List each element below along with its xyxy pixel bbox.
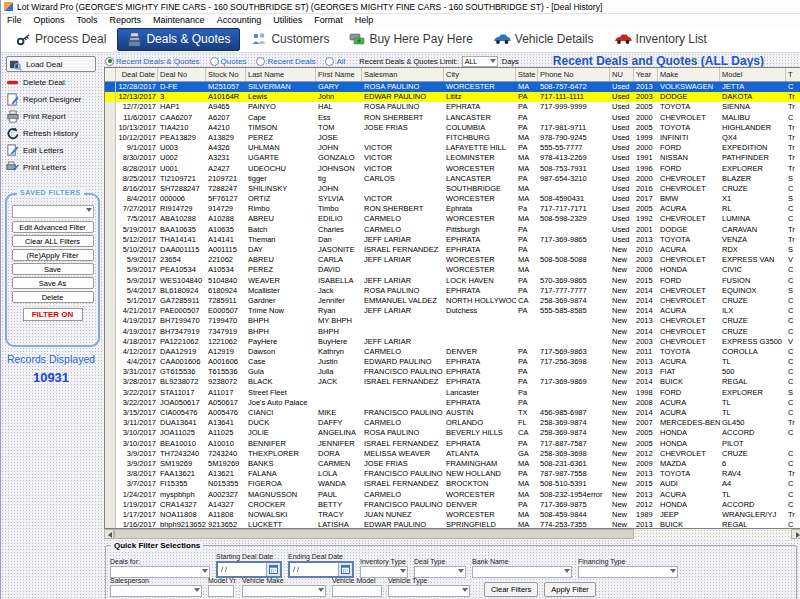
row-selector-cell[interactable] [105, 225, 116, 235]
saved-filter-button-save-as[interactable]: Save As [12, 277, 94, 289]
sidebar-action-delete-deal[interactable]: Delete Deal [6, 75, 103, 89]
row-selector-cell[interactable] [105, 500, 116, 510]
table-row[interactable]: 4/19/2017BH71994707199470BHPHMY BHPHNew2… [105, 316, 800, 326]
table-row[interactable]: 8/4/20170000065F76127ORTIZSYLVIAVICTORWO… [105, 194, 800, 204]
model-yr-input[interactable] [208, 585, 234, 597]
table-row[interactable]: 5/4/2017BL61809246180924McallisterJackRO… [105, 286, 800, 296]
grid-header-deal-date[interactable]: Deal Date [116, 68, 158, 81]
table-row[interactable]: 3/28/2017BL92380729238072BLACKJACKISRAEL… [105, 377, 800, 387]
table-row[interactable]: 1/24/2017myspbhphA002327MAGNUSSONPAULCAR… [105, 490, 800, 500]
toolbar-button-vehicle-details[interactable]: Vehicle Details [484, 29, 603, 49]
row-selector-cell[interactable] [105, 428, 116, 438]
table-row[interactable]: 1/17/2017NOA11808A11808NOWALSKITRACYJUAN… [105, 510, 800, 520]
row-selector-cell[interactable] [105, 510, 116, 520]
row-selector-cell[interactable] [105, 479, 116, 489]
sidebar-action-edit-letters[interactable]: Edit Letters [6, 143, 103, 157]
row-selector-cell[interactable] [105, 123, 116, 133]
table-row[interactable]: 10/12/2017PEA13829A13829PEREZJOSEFITCHBU… [105, 133, 800, 143]
menu-item-maintenance[interactable]: Maintenance [147, 15, 211, 25]
table-row[interactable]: 4/12/2017DAA12919A12919DawsonKathrynCARM… [105, 347, 800, 357]
radio-all[interactable]: All [325, 57, 345, 66]
sidebar-action-print-report[interactable]: Print Report [6, 109, 103, 123]
row-selector-cell[interactable] [105, 143, 116, 153]
grid-header-t[interactable]: T [786, 68, 800, 81]
grid-header-model[interactable]: Model [720, 68, 786, 81]
row-selector-cell[interactable] [105, 327, 116, 337]
menu-item-utilities[interactable]: Utilities [267, 15, 308, 25]
table-row[interactable]: 3/15/2017CIA005476A005476CIANCIMIKEFRANC… [105, 408, 800, 418]
saved-filter-button--re-apply-filter[interactable]: (Re)Apply Filter [12, 249, 94, 261]
row-selector-cell[interactable] [105, 377, 116, 387]
row-selector-cell[interactable] [105, 449, 116, 459]
calendar-icon[interactable] [338, 563, 352, 576]
row-selector-cell[interactable] [105, 459, 116, 469]
toolbar-button-deals-quotes[interactable]: Deals & Quotes [117, 28, 240, 51]
row-selector-cell[interactable] [105, 357, 116, 367]
row-selector-cell[interactable] [105, 82, 116, 92]
grid-header-last-name[interactable]: Last Name [246, 68, 316, 81]
table-row[interactable]: 4/4/2017CAA001606A001606CaseJustinEDWARD… [105, 357, 800, 367]
table-row[interactable]: 3/7/2017FI15355N015355FIGEROAWANDAISRAEL… [105, 479, 800, 489]
sidebar-action-load-deal[interactable]: Load Deal [6, 56, 96, 72]
row-selector-cell[interactable] [105, 276, 116, 286]
table-row[interactable]: 1/19/2017CRA14327A14327CROCKERBETTYFRANC… [105, 500, 800, 510]
table-row[interactable]: 3/10/2017BEA10010A10010BENNIFERJENNIFERI… [105, 439, 800, 449]
row-selector-cell[interactable] [105, 316, 116, 326]
row-selector-cell[interactable] [105, 306, 116, 316]
row-selector-cell[interactable] [105, 408, 116, 418]
table-row[interactable]: 3/9/2017TH72432407243240THEXPLORERDORAME… [105, 449, 800, 459]
row-selector-cell[interactable] [105, 235, 116, 245]
row-selector-cell[interactable] [105, 265, 116, 275]
vehicle-model-input[interactable] [332, 585, 382, 597]
menu-item-file[interactable]: File [1, 15, 28, 25]
table-row[interactable]: 4/21/2017PAE000507E000507Trime NowRyanJE… [105, 306, 800, 316]
grid-header-state[interactable]: State [516, 68, 538, 81]
row-selector-cell[interactable] [105, 184, 116, 194]
radio-recent-deals-quotes[interactable]: Recent Deals & Quotes [105, 57, 200, 66]
row-selector-cell[interactable] [105, 133, 116, 143]
table-row[interactable]: 3/8/2017FAA13621A13621FALANALOLAFRANCISC… [105, 469, 800, 479]
row-selector-cell[interactable] [105, 337, 116, 347]
row-selector-cell[interactable] [105, 520, 116, 529]
radio-quotes[interactable]: Quotes [210, 57, 247, 66]
grid-header-make[interactable]: Make [658, 68, 720, 81]
row-selector-cell[interactable] [105, 347, 116, 357]
sidebar-action-refresh-history[interactable]: Refresh History [6, 126, 103, 140]
menu-item-reports[interactable]: Reports [104, 15, 148, 25]
row-selector-cell[interactable] [105, 296, 116, 306]
table-row[interactable]: 7/5/2017ABA10288A10288ABREUEDILIOCARMELO… [105, 214, 800, 224]
table-row[interactable]: 8/16/2017SH72882477288247SHILINSKYJOHNSO… [105, 184, 800, 194]
grid-header-city[interactable]: City [444, 68, 516, 81]
scroll-right-button[interactable] [791, 529, 800, 539]
menu-item-help[interactable]: Help [349, 15, 380, 25]
row-selector-cell[interactable] [105, 367, 116, 377]
table-row[interactable]: 5/9/201723654221062ABREUCARLAJEFF LARIAR… [105, 255, 800, 265]
row-selector-cell[interactable] [105, 418, 116, 428]
table-row[interactable]: 5/12/2017THA14141A14141ThemanDanJEFF LAR… [105, 235, 800, 245]
clear-filters-button[interactable]: Clear Filters [484, 582, 538, 597]
menu-item-tools[interactable]: Tools [71, 15, 104, 25]
vehicle-type-select[interactable] [388, 585, 470, 597]
sidebar-action-report-designer[interactable]: Report Designer [6, 92, 103, 106]
table-row[interactable]: 7/27/2017RI914729914729RimboTimboRON SHE… [105, 204, 800, 214]
grid-header-salesman[interactable]: Salesman [362, 68, 444, 81]
table-row[interactable]: 4/18/2017PA12210621221062PayHereBuyHereJ… [105, 337, 800, 347]
row-selector-cell[interactable] [105, 245, 116, 255]
table-row[interactable]: 3/10/2017JOA11025A11025JOLIEANGELINAROSA… [105, 428, 800, 438]
row-selector-cell[interactable] [105, 194, 116, 204]
grid-header-first-name[interactable]: First Name [316, 68, 362, 81]
table-row[interactable]: 5/9/2017WES1048405104840WEAVERISABELLAJE… [105, 276, 800, 286]
table-row[interactable]: 3/22/2017JOA050617A050617Joe's Auto Pala… [105, 398, 800, 408]
horizontal-scrollbar[interactable] [104, 529, 800, 539]
salesperson-select[interactable] [110, 585, 202, 597]
saved-filter-button-save[interactable]: Save [12, 263, 94, 275]
table-row[interactable]: 1/16/2017bhph92136529213652LUCKETTLATISH… [105, 520, 800, 529]
radio-recent-deals[interactable]: Recent Deals [256, 57, 315, 66]
table-row[interactable]: 3/22/2017STA11017A11017Street FleetLanca… [105, 388, 800, 398]
row-selector-cell[interactable] [105, 113, 116, 123]
ending-deal-date-input[interactable]: / / [288, 561, 354, 578]
table-row[interactable]: 10/13/2017TIA4210A4210TIMSONTOMJOSE FRIA… [105, 123, 800, 133]
row-selector-cell[interactable] [105, 286, 116, 296]
toolbar-button-customers[interactable]: Customers [242, 29, 338, 49]
apply-filter-button[interactable]: Apply Filter [544, 582, 596, 597]
